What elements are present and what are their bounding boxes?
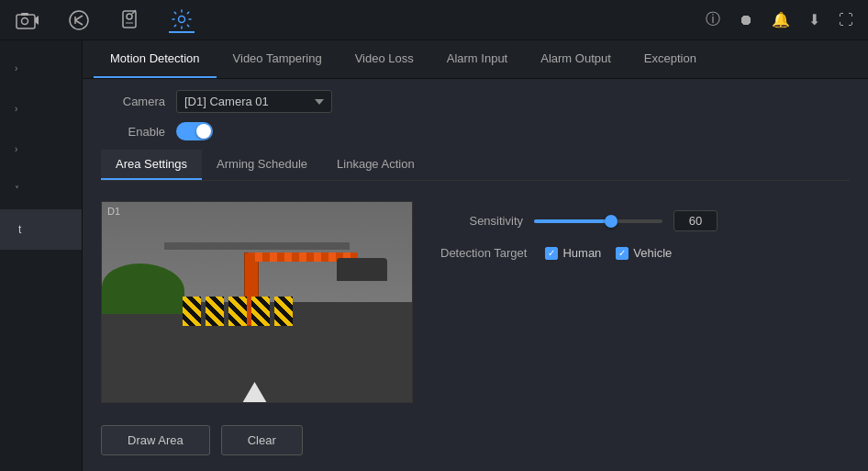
sidebar-sub-label: t: [18, 223, 21, 236]
info-icon[interactable]: ⓘ: [706, 10, 720, 29]
human-checkbox[interactable]: ✓: [545, 247, 558, 260]
svg-rect-3: [21, 13, 28, 16]
chevron-icon: ›: [15, 63, 17, 73]
tab-motion-detection[interactable]: Motion Detection: [94, 40, 217, 78]
tab-exception[interactable]: Exception: [628, 40, 713, 78]
top-nav-icons: [15, 7, 195, 33]
draw-area-button[interactable]: Draw Area: [101, 425, 210, 455]
human-label: Human: [562, 246, 601, 260]
sidebar-item-4[interactable]: ˅: [0, 169, 82, 209]
sensitivity-row: Sensitivity 60: [440, 210, 850, 231]
tab-video-loss[interactable]: Video Loss: [339, 40, 430, 78]
playback-nav-icon[interactable]: [66, 7, 92, 33]
bushes: [102, 264, 184, 314]
slider-thumb[interactable]: [605, 215, 618, 228]
inner-tab-bar: Area Settings Arming Schedule Linkage Ac…: [101, 150, 850, 181]
sidebar-item-3[interactable]: ›: [0, 129, 82, 169]
svg-marker-10: [239, 382, 271, 403]
tab-alarm-input[interactable]: Alarm Input: [430, 40, 524, 78]
sidebar: › › › ˅ t: [0, 40, 83, 471]
tab-arming-schedule[interactable]: Arming Schedule: [202, 150, 322, 180]
camera-row: Camera [D1] Camera 01: [101, 90, 850, 113]
settings-nav-icon[interactable]: [169, 7, 195, 33]
sidebar-item-1[interactable]: ›: [0, 48, 82, 88]
tab-area-settings[interactable]: Area Settings: [101, 150, 202, 180]
barrier-block-3: [228, 297, 247, 326]
bell-icon[interactable]: 🔔: [772, 11, 790, 28]
record-icon[interactable]: ⏺: [739, 12, 753, 28]
content-area: Motion Detection Video Tampering Video L…: [83, 40, 868, 471]
camera-section: D1 Sensitivity 60 Detection Target: [83, 201, 868, 403]
barrier-block-1: [183, 297, 201, 326]
car-background: [337, 258, 387, 281]
sidebar-item-sub[interactable]: t: [0, 209, 82, 250]
download-icon[interactable]: ⬇: [808, 11, 820, 28]
svg-rect-0: [17, 15, 35, 28]
barrier-block-5: [274, 297, 293, 326]
barrier-block-2: [206, 297, 224, 326]
clear-button[interactable]: Clear: [221, 425, 303, 455]
main-layout: › › › ˅ t Motion Detection Video Tamperi…: [0, 40, 868, 471]
camera-label: Camera: [101, 95, 165, 108]
svg-point-6: [127, 14, 132, 19]
enable-row: Enable: [101, 122, 850, 140]
remote-config-nav-icon[interactable]: [117, 7, 143, 33]
vehicle-label: Vehicle: [633, 246, 672, 260]
camera-nav-icon[interactable]: [15, 7, 40, 33]
button-row: Draw Area Clear: [83, 410, 868, 470]
tab-linkage-action[interactable]: Linkage Action: [322, 150, 429, 180]
tab-video-tampering[interactable]: Video Tampering: [217, 40, 339, 78]
vehicle-checkbox[interactable]: ✓: [616, 247, 629, 260]
overhead-structure: [164, 242, 351, 250]
enable-label: Enable: [101, 125, 165, 139]
sensitivity-slider[interactable]: [534, 219, 662, 223]
svg-point-9: [179, 16, 185, 22]
chevron-icon: ›: [15, 144, 17, 154]
barrier-blocks: [183, 297, 293, 326]
camera-select[interactable]: [D1] Camera 01: [176, 90, 332, 113]
detection-target-label: Detection Target: [440, 246, 527, 260]
settings-area: Camera [D1] Camera 01 Enable Area Settin…: [83, 79, 868, 201]
sidebar-item-2[interactable]: ›: [0, 88, 82, 129]
toggle-knob: [196, 124, 211, 139]
human-checkbox-item[interactable]: ✓ Human: [545, 246, 601, 260]
camera-controls: Sensitivity 60 Detection Target ✓ Human: [440, 201, 850, 403]
scene-background: D1: [102, 202, 412, 402]
svg-point-4: [70, 11, 88, 29]
svg-point-2: [22, 17, 28, 24]
enable-toggle[interactable]: [176, 122, 213, 140]
top-nav: ⓘ ⏺ 🔔 ⬇ ⛶: [0, 0, 868, 40]
top-nav-right: ⓘ ⏺ 🔔 ⬇ ⛶: [706, 10, 853, 29]
sensitivity-label: Sensitivity: [440, 214, 523, 228]
chevron-icon: ˅: [15, 185, 19, 195]
camera-feed: D1: [101, 201, 413, 403]
sensitivity-value[interactable]: 60: [673, 210, 718, 231]
fullscreen-icon[interactable]: ⛶: [839, 12, 853, 28]
vehicle-checkbox-item[interactable]: ✓ Vehicle: [616, 246, 672, 260]
tab-alarm-output[interactable]: Alarm Output: [524, 40, 628, 78]
barrier-block-4: [251, 297, 270, 326]
slider-fill: [534, 219, 611, 223]
camera-overlay-text: D1: [107, 206, 120, 217]
chevron-icon: ›: [15, 104, 17, 114]
main-tab-bar: Motion Detection Video Tampering Video L…: [83, 40, 868, 79]
detection-target-row: Detection Target ✓ Human ✓ Vehicle: [440, 246, 850, 260]
